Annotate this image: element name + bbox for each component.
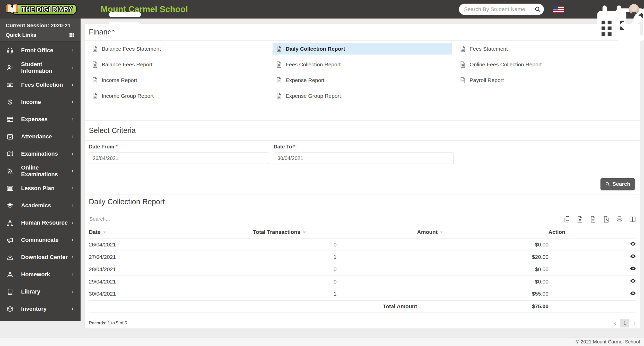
search-button[interactable]: Search [601,178,635,190]
credit-card-icon [7,116,13,123]
total-amount-value: $75.00 [417,300,549,313]
task-check-icon[interactable] [592,5,601,14]
column-header-date[interactable]: Date [89,228,253,238]
columns-icon[interactable] [629,216,636,223]
cell-transactions: 1 [253,251,417,263]
quick-links[interactable]: Quick Links [6,32,75,38]
chevron-left-icon [71,255,74,259]
user-plus-icon [7,64,13,71]
pdf-file-icon[interactable] [603,216,610,223]
sidebar: Current Session: 2020-21 Quick Links Fro… [0,19,81,321]
finance-card: Finance Balance Fees Statement Balance F… [85,24,640,329]
sidebar-item-student-information[interactable]: Student Information [0,59,81,76]
sidebar-item-income[interactable]: Income [0,93,81,111]
text-file-icon[interactable] [590,216,597,223]
chevron-left-icon [71,273,74,276]
previous-page-button[interactable]: ‹ [613,320,616,326]
sidebar-item-online-examinations[interactable]: Online Examinations [0,162,81,180]
chevron-left-icon [71,204,74,207]
table-row: 28/04/2021 0 $0.00 [89,263,636,276]
calendar-check-icon [7,133,13,140]
table-footer: Records: 1 to 5 of 5 ‹ 1 › [85,313,640,327]
chevron-left-icon [71,66,74,69]
logo-text: THE DIGI DIARY [21,6,73,13]
chevron-left-icon [71,100,74,104]
date-from-input[interactable] [89,153,269,164]
us-flag-icon[interactable] [553,6,564,13]
finance-link-payroll-report[interactable]: Payroll Report [457,75,636,86]
eye-icon[interactable] [630,254,636,259]
cell-date: 27/04/2021 [89,251,253,263]
eye-icon[interactable] [630,241,636,246]
sort-caret-icon [103,232,106,233]
finance-link-income-report[interactable]: Income Report [89,75,268,86]
finance-link-expense-group-report[interactable]: Expense Group Report [273,90,452,102]
column-header-action: Action [549,228,636,238]
sidebar-item-front-office[interactable]: Front Office [0,42,81,59]
finance-link-income-group-report[interactable]: Income Group Report [89,90,268,102]
chevron-left-icon [71,152,74,156]
download-icon [7,254,13,261]
cell-date: 28/04/2021 [89,263,253,276]
finance-link-daily-collection-report[interactable]: Daily Collection Report [273,43,452,55]
app-logo[interactable]: THE DIGI DIARY [0,3,81,16]
whatsapp-icon[interactable] [610,5,620,14]
report-title: Daily Collection Report [89,198,165,206]
column-header-total-transactions[interactable]: Total Transactions [253,228,417,238]
sidebar-item-download-center[interactable]: Download Center [0,249,81,266]
finance-link-online-fees-collection-report[interactable]: Online Fees Collection Report [457,59,636,70]
map-icon [7,150,13,157]
sidebar-item-communicate[interactable]: Communicate [0,231,81,249]
finance-link-balance-fees-statement[interactable]: Balance Fees Statement [89,43,268,55]
sidebar-item-academics[interactable]: Academics [0,197,81,214]
search-icon[interactable] [533,5,542,14]
copy-icon[interactable] [563,216,570,223]
sidebar-item-fees-collection[interactable]: Fees Collection [0,76,81,93]
date-to-field: Date To* [274,144,454,173]
finance-link-fees-collection-report[interactable]: Fees Collection Report [273,59,452,70]
column-header-amount[interactable]: Amount [417,228,549,238]
chevron-left-icon [71,49,74,52]
date-to-label: Date To* [274,144,454,150]
table-row: 26/04/2021 0 $0.00 [89,238,636,251]
quick-links-label: Quick Links [6,32,36,38]
finance-link-balance-fees-report[interactable]: Balance Fees Report [89,59,268,70]
file-document-icon [92,46,98,52]
cell-amount: $0.00 [417,238,549,251]
calendar-icon[interactable] [573,5,582,14]
eye-icon[interactable] [630,278,636,283]
next-page-button[interactable]: › [633,320,636,326]
student-search-input[interactable] [464,6,533,12]
sidebar-item-attendance[interactable]: Attendance [0,128,81,145]
page-number-button[interactable]: 1 [620,319,629,327]
user-avatar[interactable] [629,4,639,14]
date-to-input[interactable] [274,153,454,164]
session-box: Current Session: 2020-21 Quick Links [0,19,81,42]
eye-icon[interactable] [630,266,636,271]
graduation-cap-icon [7,202,13,209]
table-row: 29/04/2021 0 $0.00 [89,276,636,288]
chevron-left-icon [71,135,74,138]
sidebar-item-library[interactable]: Library [0,283,81,300]
sidebar-toggle-button[interactable] [86,5,95,14]
sidebar-item-human-resource[interactable]: Human Resource [0,214,81,231]
table-search-input[interactable] [89,215,147,224]
excel-file-icon[interactable] [577,216,584,223]
dollar-icon [7,99,13,105]
finance-link-expense-report[interactable]: Expense Report [273,75,452,86]
eye-icon[interactable] [630,291,636,296]
file-document-icon [92,61,98,68]
cell-amount: $20.00 [417,251,549,263]
finance-link-fees-statement[interactable]: Fees Statement [457,43,636,55]
sidebar-item-examinations[interactable]: Examinations [0,145,81,162]
sidebar-item-homework[interactable]: Homework [0,266,81,283]
id-card-icon [7,185,13,192]
sidebar-item-inventory[interactable]: Inventory [0,300,81,317]
sort-caret-icon [440,232,443,233]
sidebar-item-expenses[interactable]: Expenses [0,111,81,128]
sidebar-item-lesson-plan[interactable]: Lesson Plan [0,180,81,197]
file-document-icon [92,77,98,84]
student-search [459,4,544,15]
finance-section-header: Finance [85,24,640,41]
print-icon[interactable] [616,216,623,223]
